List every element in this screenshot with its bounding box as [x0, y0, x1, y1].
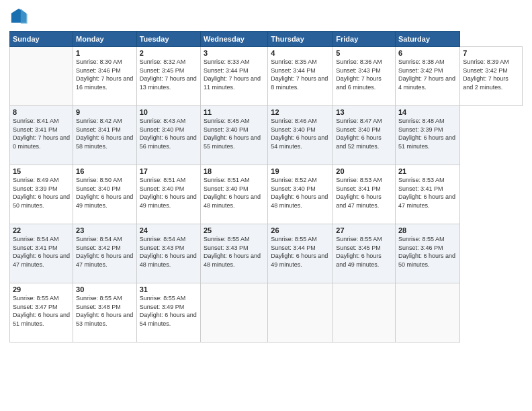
calendar-body: 1Sunrise: 8:30 AMSunset: 3:46 PMDaylight… — [10, 47, 523, 342]
calendar-cell — [268, 283, 333, 342]
day-info: Sunrise: 8:41 AMSunset: 3:41 PMDaylight:… — [13, 117, 70, 150]
sunrise-text: Sunrise: 8:54 AM — [140, 235, 197, 244]
calendar-cell: 23Sunrise: 8:54 AMSunset: 3:42 PMDayligh… — [73, 224, 137, 283]
sunset-text: Sunset: 3:42 PM — [398, 66, 457, 75]
sunset-text: Sunset: 3:40 PM — [271, 185, 330, 193]
daylight-text: Daylight: 6 hours and 51 minutes. — [13, 311, 70, 328]
day-info: Sunrise: 8:55 AMSunset: 3:49 PMDaylight:… — [140, 294, 197, 328]
sunrise-text: Sunrise: 8:47 AM — [336, 117, 392, 126]
day-info: Sunrise: 8:55 AMSunset: 3:43 PMDaylight:… — [204, 235, 265, 269]
day-info: Sunrise: 8:55 AMSunset: 3:46 PMDaylight:… — [398, 235, 457, 269]
day-info: Sunrise: 8:55 AMSunset: 3:47 PMDaylight:… — [13, 294, 70, 328]
calendar-cell: 10Sunrise: 8:43 AMSunset: 3:40 PMDayligh… — [136, 106, 200, 165]
day-number: 22 — [13, 226, 70, 234]
calendar-cell: 11Sunrise: 8:45 AMSunset: 3:40 PMDayligh… — [201, 106, 268, 165]
daylight-text: Daylight: 6 hours and 56 minutes. — [140, 134, 197, 150]
sunset-text: Sunset: 3:40 PM — [271, 126, 330, 134]
sunrise-text: Sunrise: 8:55 AM — [271, 235, 330, 244]
sunrise-text: Sunrise: 8:55 AM — [76, 294, 134, 303]
sunset-text: Sunset: 3:42 PM — [76, 244, 134, 253]
calendar-cell: 2Sunrise: 8:32 AMSunset: 3:45 PMDaylight… — [136, 47, 200, 106]
sunset-text: Sunset: 3:40 PM — [140, 126, 197, 134]
day-info: Sunrise: 8:50 AMSunset: 3:40 PMDaylight:… — [76, 176, 134, 210]
day-number: 24 — [140, 226, 197, 234]
calendar-cell — [396, 283, 460, 342]
day-number: 6 — [398, 49, 457, 57]
calendar-cell: 25Sunrise: 8:55 AMSunset: 3:43 PMDayligh… — [201, 224, 268, 283]
day-number: 29 — [13, 285, 70, 293]
calendar-cell: 28Sunrise: 8:55 AMSunset: 3:46 PMDayligh… — [396, 224, 460, 283]
calendar-cell: 3Sunrise: 8:33 AMSunset: 3:44 PMDaylight… — [201, 47, 268, 106]
calendar-cell: 4Sunrise: 8:35 AMSunset: 3:44 PMDaylight… — [268, 47, 333, 106]
sunrise-text: Sunrise: 8:45 AM — [204, 117, 265, 126]
calendar-cell — [333, 283, 396, 342]
calendar-week-3: 15Sunrise: 8:49 AMSunset: 3:39 PMDayligh… — [10, 165, 523, 224]
calendar-cell: 27Sunrise: 8:55 AMSunset: 3:45 PMDayligh… — [333, 224, 396, 283]
sunrise-text: Sunrise: 8:51 AM — [204, 176, 265, 185]
daylight-text: Daylight: 6 hours and 48 minutes. — [140, 252, 197, 269]
sunset-text: Sunset: 3:45 PM — [336, 244, 392, 253]
day-info: Sunrise: 8:38 AMSunset: 3:42 PMDaylight:… — [398, 58, 457, 91]
day-number: 31 — [140, 285, 197, 293]
calendar-header: Sunday Monday Tuesday Wednesday Thursday… — [10, 32, 523, 47]
sunset-text: Sunset: 3:39 PM — [13, 185, 70, 193]
daylight-text: Daylight: 6 hours and 47 minutes. — [13, 252, 70, 269]
calendar-table: Sunday Monday Tuesday Wednesday Thursday… — [9, 31, 523, 342]
sunrise-text: Sunrise: 8:42 AM — [76, 117, 134, 126]
sunset-text: Sunset: 3:45 PM — [140, 66, 197, 75]
day-info: Sunrise: 8:51 AMSunset: 3:40 PMDaylight:… — [140, 176, 197, 210]
daylight-text: Daylight: 7 hours and 8 minutes. — [271, 75, 330, 91]
sunrise-text: Sunrise: 8:55 AM — [204, 235, 265, 244]
daylight-text: Daylight: 6 hours and 54 minutes. — [271, 134, 330, 150]
calendar-cell: 1Sunrise: 8:30 AMSunset: 3:46 PMDaylight… — [73, 47, 137, 106]
day-number: 3 — [204, 49, 265, 57]
day-number: 15 — [13, 167, 70, 175]
day-info: Sunrise: 8:42 AMSunset: 3:41 PMDaylight:… — [76, 117, 134, 150]
day-info: Sunrise: 8:43 AMSunset: 3:40 PMDaylight:… — [140, 117, 197, 150]
th-saturday: Saturday — [396, 32, 460, 47]
sunrise-text: Sunrise: 8:35 AM — [271, 58, 330, 66]
daylight-text: Daylight: 7 hours and 2 minutes. — [463, 75, 519, 91]
calendar-cell: 15Sunrise: 8:49 AMSunset: 3:39 PMDayligh… — [10, 165, 73, 224]
sunrise-text: Sunrise: 8:33 AM — [204, 58, 265, 66]
daylight-text: Daylight: 6 hours and 48 minutes. — [204, 252, 265, 269]
day-number: 16 — [76, 167, 134, 175]
day-info: Sunrise: 8:55 AMSunset: 3:45 PMDaylight:… — [336, 235, 392, 269]
sunrise-text: Sunrise: 8:51 AM — [140, 176, 197, 185]
day-info: Sunrise: 8:30 AMSunset: 3:46 PMDaylight:… — [76, 58, 134, 91]
daylight-text: Daylight: 6 hours and 55 minutes. — [204, 134, 265, 150]
day-number: 13 — [336, 108, 392, 116]
sunrise-text: Sunrise: 8:39 AM — [463, 58, 519, 66]
daylight-text: Daylight: 6 hours and 49 minutes. — [76, 193, 134, 210]
day-number: 25 — [204, 226, 265, 234]
day-info: Sunrise: 8:51 AMSunset: 3:40 PMDaylight:… — [204, 176, 265, 210]
day-info: Sunrise: 8:52 AMSunset: 3:40 PMDaylight:… — [271, 176, 330, 210]
daylight-text: Daylight: 7 hours and 16 minutes. — [76, 75, 134, 91]
daylight-text: Daylight: 6 hours and 50 minutes. — [13, 193, 70, 210]
sunset-text: Sunset: 3:40 PM — [140, 185, 197, 193]
daylight-text: Daylight: 6 hours and 51 minutes. — [398, 134, 457, 150]
sunrise-text: Sunrise: 8:43 AM — [140, 117, 197, 126]
calendar-cell: 8Sunrise: 8:41 AMSunset: 3:41 PMDaylight… — [10, 106, 73, 165]
day-number: 18 — [204, 167, 265, 175]
sunrise-text: Sunrise: 8:55 AM — [13, 294, 70, 303]
day-number: 4 — [271, 49, 330, 57]
sunrise-text: Sunrise: 8:54 AM — [13, 235, 70, 244]
calendar-week-2: 8Sunrise: 8:41 AMSunset: 3:41 PMDaylight… — [10, 106, 523, 165]
calendar-cell: 6Sunrise: 8:38 AMSunset: 3:42 PMDaylight… — [396, 47, 460, 106]
daylight-text: Daylight: 7 hours and 0 minutes. — [13, 134, 70, 150]
sunrise-text: Sunrise: 8:53 AM — [398, 176, 457, 185]
day-number: 10 — [140, 108, 197, 116]
header-row: Sunday Monday Tuesday Wednesday Thursday… — [10, 32, 523, 47]
sunset-text: Sunset: 3:44 PM — [271, 244, 330, 253]
day-number: 20 — [336, 167, 392, 175]
th-thursday: Thursday — [268, 32, 333, 47]
day-info: Sunrise: 8:54 AMSunset: 3:43 PMDaylight:… — [140, 235, 197, 269]
sunset-text: Sunset: 3:39 PM — [398, 126, 457, 134]
daylight-text: Daylight: 7 hours and 11 minutes. — [204, 75, 265, 91]
sunrise-text: Sunrise: 8:52 AM — [271, 176, 330, 185]
calendar-cell: 9Sunrise: 8:42 AMSunset: 3:41 PMDaylight… — [73, 106, 137, 165]
calendar-cell: 5Sunrise: 8:36 AMSunset: 3:43 PMDaylight… — [333, 47, 396, 106]
day-info: Sunrise: 8:45 AMSunset: 3:40 PMDaylight:… — [204, 117, 265, 150]
sunrise-text: Sunrise: 8:50 AM — [76, 176, 134, 185]
